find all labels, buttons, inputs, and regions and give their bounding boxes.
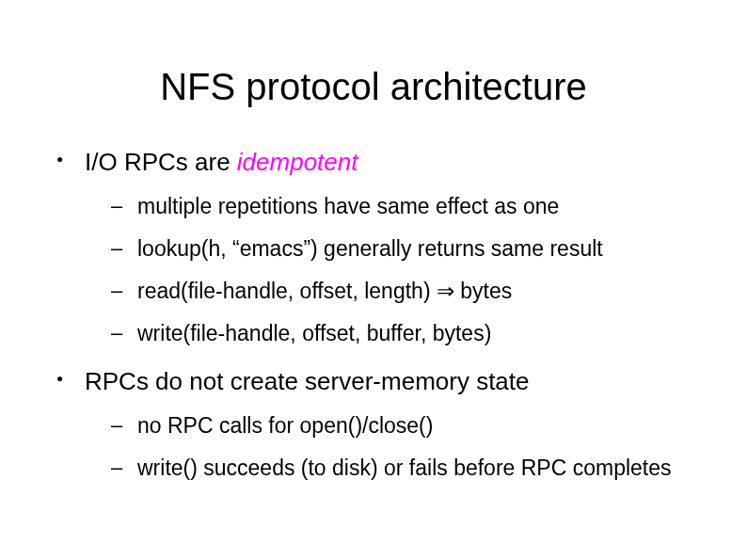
bullet-text: RPCs do not create server-memory state xyxy=(85,365,700,398)
bullet-emph: idempotent xyxy=(237,148,358,176)
bullet-text-before: RPCs do not create server-memory state xyxy=(85,367,530,395)
sub-item: write() succeeds (to disk) or fails befo… xyxy=(85,454,700,483)
slide-title: NFS protocol architecture xyxy=(47,66,700,108)
sub-list: multiple repetitions have same effect as… xyxy=(85,192,700,348)
sub-item: lookup(h, “emacs”) generally returns sam… xyxy=(85,234,700,264)
bullet-list: I/O RPCs are idempotent multiple repetit… xyxy=(47,146,700,483)
slide: NFS protocol architecture I/O RPCs are i… xyxy=(0,0,747,560)
sub-item: read(file-handle, offset, length) ⇒ byte… xyxy=(85,277,700,306)
bullet-text-before: I/O RPCs are xyxy=(85,148,237,176)
sub-list: no RPC calls for open()/close() write() … xyxy=(85,411,700,483)
bullet-item: I/O RPCs are idempotent multiple repetit… xyxy=(47,146,700,348)
sub-item: multiple repetitions have same effect as… xyxy=(85,192,700,221)
bullet-item: RPCs do not create server-memory state n… xyxy=(47,365,700,483)
bullet-text: I/O RPCs are idempotent xyxy=(85,146,700,179)
sub-item: no RPC calls for open()/close() xyxy=(85,411,700,440)
sub-item: write(file-handle, offset, buffer, bytes… xyxy=(85,319,700,348)
